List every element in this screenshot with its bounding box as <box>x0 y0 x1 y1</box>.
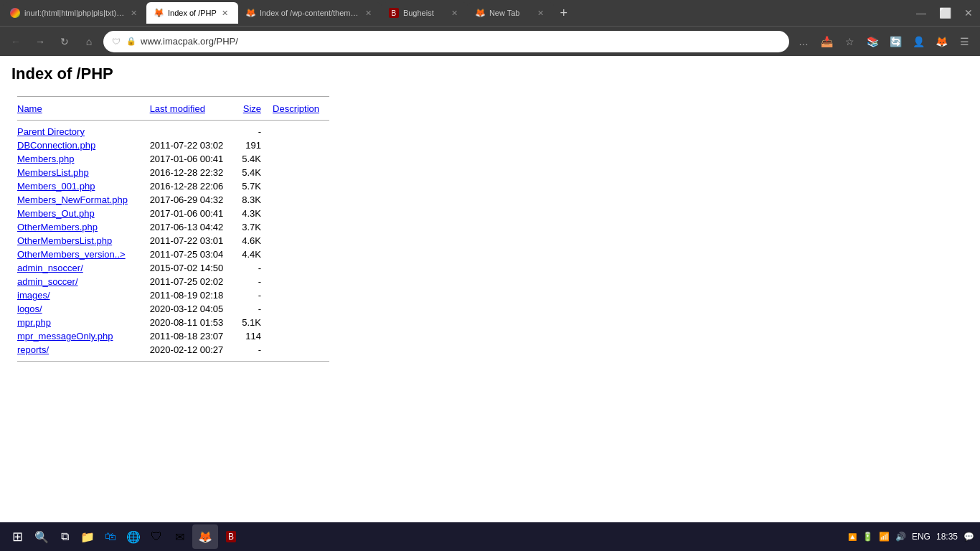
file-link[interactable]: OtherMembers_version..> <box>17 249 126 260</box>
file-size: 8.3K <box>235 193 267 207</box>
col-desc-link[interactable]: Description <box>273 103 319 114</box>
tab-2-label: Index of /PHP <box>168 9 217 17</box>
file-desc <box>267 316 335 329</box>
maximize-button[interactable]: ⬜ <box>935 7 956 19</box>
sync-button[interactable]: 🔄 <box>885 32 905 52</box>
table-row: Members_NewFormat.php2017-06-29 04:328.3… <box>11 193 335 207</box>
new-tab-button[interactable]: + <box>554 3 574 23</box>
file-date: 2011-07-25 02:02 <box>144 275 235 288</box>
file-size: 5.7K <box>235 179 267 193</box>
file-size: - <box>235 288 267 302</box>
file-link[interactable]: MembersList.php <box>17 167 89 178</box>
file-link[interactable]: Members_Out.php <box>17 208 95 219</box>
file-date: 2016-12-28 22:32 <box>144 166 235 179</box>
file-size: - <box>235 343 267 357</box>
tab-5-favicon: 🦊 <box>475 8 485 18</box>
col-header-desc: Description <box>267 101 335 116</box>
col-size-link[interactable]: Size <box>243 103 261 114</box>
file-link[interactable]: DBConnection.php <box>17 140 95 151</box>
col-header-name: Name <box>11 101 144 116</box>
file-date: 2017-01-06 00:41 <box>144 207 235 220</box>
table-row: Members.php2017-01-06 00:415.4K <box>11 152 335 166</box>
file-size: 4.6K <box>235 234 267 248</box>
file-link[interactable]: Members_NewFormat.php <box>17 194 128 205</box>
file-link[interactable]: OtherMembersList.php <box>17 235 112 246</box>
tab-1-close[interactable]: ✕ <box>128 7 139 19</box>
tab-5-close[interactable]: ✕ <box>535 7 547 19</box>
close-button[interactable]: ✕ <box>960 7 977 19</box>
file-date: 2020-03-12 04:05 <box>144 302 235 316</box>
tab-1[interactable]: inurl:(html|html|php|pls|txt) int... ✕ <box>3 2 146 24</box>
address-text: www.imacpak.org/PHP/ <box>141 36 782 47</box>
file-link[interactable]: Parent Directory <box>17 126 85 137</box>
table-row: mpr.php2020-08-11 01:535.1K <box>11 316 335 329</box>
file-size: 191 <box>235 138 267 152</box>
nav-bar: ← → ↻ ⌂ 🛡 🔒 www.imacpak.org/PHP/ … 📥 ☆ 📚… <box>0 26 980 56</box>
file-link[interactable]: images/ <box>17 290 50 301</box>
forward-button[interactable]: → <box>30 32 50 52</box>
file-desc <box>267 152 335 166</box>
table-row: OtherMembersList.php2011-07-22 03:014.6K <box>11 234 335 248</box>
file-desc <box>267 302 335 316</box>
tab-4-close[interactable]: ✕ <box>449 7 461 19</box>
address-bar[interactable]: 🛡 🔒 www.imacpak.org/PHP/ <box>103 31 789 52</box>
bookmark-button[interactable]: ☆ <box>839 32 859 52</box>
file-link[interactable]: Members_001.php <box>17 181 95 192</box>
menu-button[interactable]: ☰ <box>954 32 974 52</box>
file-desc <box>267 288 335 302</box>
file-size: - <box>235 261 267 275</box>
file-desc <box>267 166 335 179</box>
reload-button[interactable]: ↻ <box>55 32 75 52</box>
file-link[interactable]: Members.php <box>17 154 74 164</box>
file-link[interactable]: mpr_messageOnly.php <box>17 331 113 342</box>
file-size: 114 <box>235 329 267 343</box>
firefox-icon[interactable]: 🦊 <box>931 32 951 52</box>
file-desc <box>267 179 335 193</box>
table-row: OtherMembers_version..>2011-07-25 03:044… <box>11 248 335 261</box>
file-link[interactable]: admin_nsoccer/ <box>17 263 83 273</box>
table-row: reports/2020-02-12 00:27- <box>11 343 335 357</box>
file-date: 2011-08-18 23:07 <box>144 329 235 343</box>
tab-5-label: New Tab <box>489 9 532 17</box>
file-desc <box>267 275 335 288</box>
home-button[interactable]: ⌂ <box>79 32 99 52</box>
tab-4-favicon: B <box>389 8 399 18</box>
file-desc <box>267 220 335 234</box>
file-date: 2020-02-12 00:27 <box>144 343 235 357</box>
tab-3[interactable]: 🦊 Index of /wp-content/themes/ ✕ <box>238 2 382 24</box>
back-button[interactable]: ← <box>6 32 26 52</box>
lock-icon: 🔒 <box>126 37 136 46</box>
file-desc <box>267 248 335 261</box>
table-row: images/2011-08-19 02:18- <box>11 288 335 302</box>
col-date-link[interactable]: Last modified <box>150 103 205 114</box>
tab-2-close[interactable]: ✕ <box>220 7 231 19</box>
firefox-account-button[interactable]: 👤 <box>908 32 928 52</box>
file-link[interactable]: admin_soccer/ <box>17 276 78 287</box>
file-date: 2017-06-13 04:42 <box>144 220 235 234</box>
tab-2[interactable]: 🦊 Index of /PHP ✕ <box>146 2 238 24</box>
tab-3-close[interactable]: ✕ <box>363 7 374 19</box>
col-header-size: Size <box>235 101 267 116</box>
shield-icon: 🛡 <box>110 36 122 47</box>
file-link[interactable]: logos/ <box>17 303 42 314</box>
tab-4[interactable]: B Bugheist ✕ <box>382 2 468 24</box>
file-date: 2011-08-19 02:18 <box>144 288 235 302</box>
file-link[interactable]: mpr.php <box>17 317 51 328</box>
col-header-date: Last modified <box>144 101 235 116</box>
file-desc <box>267 234 335 248</box>
file-size: 4.4K <box>235 248 267 261</box>
library-button[interactable]: 📚 <box>862 32 882 52</box>
more-options-button[interactable]: … <box>793 32 814 52</box>
file-size: 5.1K <box>235 316 267 329</box>
minimize-button[interactable]: — <box>912 7 930 19</box>
tab-5[interactable]: 🦊 New Tab ✕ <box>468 2 554 24</box>
file-link[interactable]: OtherMembers.php <box>17 222 98 232</box>
file-size: - <box>235 302 267 316</box>
col-name-link[interactable]: Name <box>17 103 42 114</box>
file-link[interactable]: reports/ <box>17 344 49 355</box>
file-desc <box>267 125 335 138</box>
pocket-button[interactable]: 📥 <box>816 32 837 52</box>
tab-1-favicon <box>10 8 20 18</box>
directory-table: Name Last modified Size Description Pare… <box>11 92 335 366</box>
file-date: 2015-07-02 14:50 <box>144 261 235 275</box>
